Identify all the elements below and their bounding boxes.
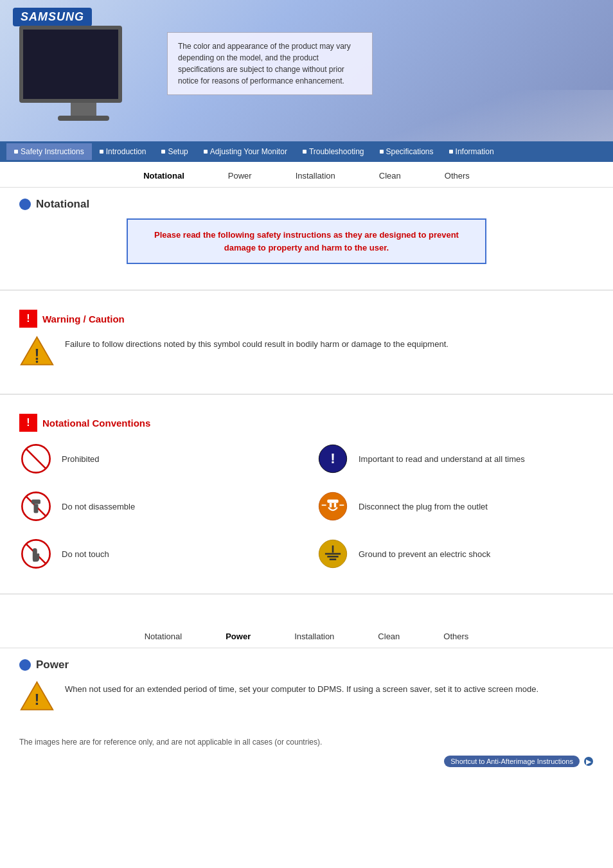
shortcut-icon: ▶ [583, 756, 594, 766]
nav-bullet [161, 150, 165, 154]
nav-bullet [303, 150, 306, 154]
tab-clean-1[interactable]: Clean [377, 170, 404, 182]
convention-no-touch: Do not touch [19, 533, 297, 574]
nav-bullet [204, 150, 208, 154]
warning-header: ! Warning / Caution [19, 310, 594, 328]
convention-prohibited: Prohibited [19, 438, 297, 479]
svg-line-4 [26, 448, 46, 468]
no-touch-label: Do not touch [62, 549, 109, 559]
nav-bullet [14, 150, 18, 154]
svg-point-2 [36, 360, 39, 363]
nav-bullet [100, 150, 103, 154]
warning-triangle-icon: ! [19, 334, 55, 369]
conventions-grid: Prohibited ! Important to read and under… [19, 438, 594, 574]
convention-disconnect: Disconnect the plug from the outlet [316, 486, 594, 527]
svg-rect-13 [330, 503, 332, 508]
power-section-dot-icon [19, 659, 31, 671]
prohibited-icon [19, 442, 53, 475]
tab-notational-2[interactable]: Notational [142, 630, 185, 642]
tab-power-2[interactable]: Power [223, 630, 253, 642]
prohibited-label: Prohibited [62, 454, 100, 464]
shortcut-button[interactable]: Shortcut to Anti-Afterimage Instructions [444, 756, 580, 767]
no-touch-icon [19, 537, 53, 571]
power-description: When not used for an extended period of … [65, 679, 594, 694]
shortcut-row: Shortcut to Anti-Afterimage Instructions… [0, 752, 613, 774]
svg-rect-14 [334, 503, 336, 508]
hero-wave-decoration [356, 90, 613, 141]
safety-info-box: Please read the following safety instruc… [127, 218, 486, 264]
svg-rect-12 [327, 500, 338, 503]
notational-section: Notational Please read the following saf… [0, 188, 613, 281]
warning-caution-section: ! Warning / Caution ! Failure to follow … [0, 299, 613, 385]
warning-icon-box: ! [19, 310, 37, 328]
conventions-title: Notational Conventions [42, 418, 150, 429]
sub-tabs-row-2: Notational Power Installation Clean Othe… [0, 623, 613, 648]
monitor-illustration [19, 26, 148, 128]
hero-section: SAMSUNG The color and appearance of the … [0, 0, 613, 141]
svg-point-11 [319, 492, 346, 520]
nav-item-troubleshooting[interactable]: Troubleshooting [295, 143, 372, 160]
nav-item-safety[interactable]: Safety Instructions [6, 143, 92, 160]
svg-rect-10 [34, 504, 39, 513]
ground-icon [316, 537, 350, 571]
power-warning-row: ! When not used for an extended period o… [19, 679, 594, 714]
sub-tabs-row-1: Notational Power Installation Clean Othe… [0, 162, 613, 188]
disconnect-label: Disconnect the plug from the outlet [359, 502, 488, 511]
convention-no-disassemble: Do not disassemble [19, 486, 297, 527]
notational-conventions-section: ! Notational Conventions Prohibited ! Im… [0, 403, 613, 585]
main-nav-bar: Safety Instructions Introduction Setup A… [0, 141, 613, 162]
spacer-1 [0, 603, 613, 623]
footer-note: The images here are for reference only, … [0, 732, 613, 752]
svg-rect-9 [31, 500, 40, 504]
tab-notational-1[interactable]: Notational [141, 170, 187, 182]
tab-others-1[interactable]: Others [442, 170, 472, 182]
power-warning-icon: ! [19, 679, 55, 714]
tab-power-1[interactable]: Power [226, 170, 254, 182]
disconnect-icon [316, 490, 350, 523]
warning-description: Failure to follow directions noted by th… [65, 334, 594, 349]
conventions-header: ! Notational Conventions [19, 414, 594, 432]
notational-section-title: Notational [19, 198, 594, 211]
divider-3 [0, 594, 613, 594]
nav-bullet [380, 150, 384, 154]
important-label: Important to read and understand at all … [359, 454, 525, 464]
divider-2 [0, 394, 613, 394]
nav-item-setup[interactable]: Setup [154, 143, 195, 160]
tab-clean-2[interactable]: Clean [375, 630, 402, 642]
convention-ground: Ground to prevent an electric shock [316, 533, 594, 574]
nav-item-information[interactable]: Information [441, 143, 502, 160]
ground-label: Ground to prevent an electric shock [359, 549, 490, 559]
nav-item-specifications[interactable]: Specifications [372, 143, 441, 160]
warning-title: Warning / Caution [42, 314, 125, 324]
power-section: Power ! When not used for an extended pe… [0, 648, 613, 732]
no-disassemble-label: Do not disassemble [62, 502, 135, 511]
section-dot-icon [19, 199, 31, 210]
nav-item-adjusting[interactable]: Adjusting Your Monitor [196, 143, 295, 160]
hero-description: The color and appearance of the product … [167, 32, 373, 95]
svg-text:!: ! [330, 450, 335, 466]
important-icon: ! [316, 442, 350, 475]
power-section-title: Power [19, 659, 594, 671]
tab-installation-1[interactable]: Installation [293, 170, 338, 182]
svg-text:!: ! [35, 691, 40, 708]
no-disassemble-icon [19, 490, 53, 523]
svg-text:▶: ▶ [586, 758, 592, 765]
conventions-icon-box: ! [19, 414, 37, 432]
convention-important: ! Important to read and understand at al… [316, 438, 594, 479]
nav-bullet [449, 150, 453, 154]
divider-1 [0, 290, 613, 290]
tab-installation-2[interactable]: Installation [292, 630, 337, 642]
nav-item-introduction[interactable]: Introduction [92, 143, 154, 160]
tab-others-2[interactable]: Others [441, 630, 471, 642]
samsung-logo: SAMSUNG [13, 8, 92, 26]
warning-row: ! Failure to follow directions noted by … [19, 334, 594, 369]
